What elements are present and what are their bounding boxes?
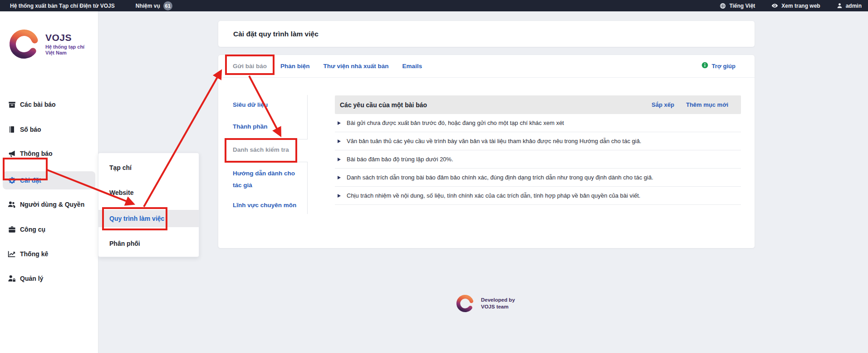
vojs-workflow-settings-page: Hệ thống xuất bản Tạp chí Điện tử VOJS N… xyxy=(0,0,868,353)
sidebar-item-statistics[interactable]: Thống kê xyxy=(0,245,98,263)
app-title: Hệ thống xuất bản Tạp chí Điện tử VOJS xyxy=(10,3,115,9)
admin-icon xyxy=(8,274,16,283)
help-button[interactable]: Trợ giúp xyxy=(701,55,736,77)
gear-icon xyxy=(8,176,16,184)
order-button[interactable]: Sắp xếp xyxy=(652,101,674,108)
checklist-item[interactable]: Bài báo đảm bảo độ trùng lặp dưới 20%. xyxy=(335,150,741,169)
subtab-separator-above xyxy=(230,139,308,139)
subtab-metadata[interactable]: Siêu dữ liệu xyxy=(233,99,303,111)
page-title: Cài đặt quy trình làm việc xyxy=(233,30,319,38)
footer: Developed by VOJS team xyxy=(455,293,515,313)
tasks-label: Nhiệm vụ xyxy=(136,3,160,9)
expand-triangle-icon xyxy=(338,158,341,161)
submenu-item-website[interactable]: Website xyxy=(98,184,199,201)
checklist-header: Các yêu cầu của một bài báo Sắp xếp Thêm… xyxy=(335,95,741,114)
announcements-icon xyxy=(8,149,16,158)
user-icon xyxy=(837,3,843,9)
vojs-logo-icon xyxy=(7,27,41,61)
language-label: Tiếng Việt xyxy=(729,3,755,9)
checklist-title: Các yêu cầu của một bài báo xyxy=(340,101,427,109)
expand-triangle-icon xyxy=(338,176,341,179)
subtab-author-guidelines[interactable]: Hướng dẫn dành cho tác giả xyxy=(233,168,303,191)
subtab-checklist[interactable]: Danh sách kiểm tra xyxy=(233,144,303,156)
view-site-link[interactable]: Xem trang web xyxy=(771,2,820,9)
checklist-item[interactable]: Bài gửi chưa được xuất bản trước đó, hoặ… xyxy=(335,114,741,132)
articles-icon xyxy=(8,100,16,109)
tools-icon xyxy=(8,225,16,234)
help-info-icon xyxy=(701,62,708,70)
tab-publisher-library[interactable]: Thư viện nhà xuất bản xyxy=(317,63,396,70)
checklist-panel: Các yêu cầu của một bài báo Sắp xếp Thêm… xyxy=(335,95,741,205)
tab-bar: Gửi bài báo Phản biện Thư viện nhà xuất … xyxy=(218,55,755,78)
tasks-count-badge: 61 xyxy=(163,1,172,10)
subtab-divider-bottom xyxy=(307,162,308,214)
eye-icon xyxy=(771,2,778,9)
users-icon xyxy=(8,200,16,209)
expand-triangle-icon xyxy=(338,194,341,198)
expand-triangle-icon xyxy=(338,121,341,125)
vojs-logo: VOJS Hệ thống tạp chí Việt Nam xyxy=(7,27,84,61)
submenu-item-distribution[interactable]: Phân phối xyxy=(98,235,199,252)
subtab-disciplines[interactable]: Lĩnh vực chuyên môn xyxy=(233,199,303,211)
footer-line2: VOJS team xyxy=(481,303,515,310)
globe-icon xyxy=(720,3,726,9)
sidebar-item-announcements[interactable]: Thông báo xyxy=(0,144,98,163)
statistics-icon xyxy=(8,250,16,258)
subtab-divider-top xyxy=(307,95,308,139)
user-menu[interactable]: admin xyxy=(837,3,862,9)
tab-submission[interactable]: Gửi bài báo xyxy=(226,63,274,70)
add-item-button[interactable]: Thêm mục mới xyxy=(686,101,728,108)
logo-subtitle-line1: Hệ thống tạp chí xyxy=(45,44,84,50)
subtab-separator-below xyxy=(230,162,308,162)
footer-line1: Developed by xyxy=(481,297,515,303)
expand-triangle-icon xyxy=(338,139,341,143)
sidebar-item-settings[interactable]: Cài đặt xyxy=(0,171,98,189)
checklist-item[interactable]: Chịu trách nhiệm về nội dung, số liệu, t… xyxy=(335,187,741,205)
sidebar-item-administration[interactable]: Quản lý xyxy=(0,269,98,288)
page-title-card: Cài đặt quy trình làm việc xyxy=(218,20,755,47)
vojs-footer-logo-icon xyxy=(455,293,475,313)
sidebar: VOJS Hệ thống tạp chí Việt Nam Các bài b… xyxy=(0,11,98,353)
topbar: Hệ thống xuất bản Tạp chí Điện tử VOJS N… xyxy=(0,0,868,11)
checklist-item[interactable]: Danh sách trích dẫn trong bài báo đảm bả… xyxy=(335,169,741,187)
language-switcher[interactable]: Tiếng Việt xyxy=(720,3,755,9)
username: admin xyxy=(846,3,862,9)
tasks-button[interactable]: Nhiệm vụ 61 xyxy=(136,1,172,10)
sidebar-item-issues[interactable]: Số báo xyxy=(0,120,98,139)
logo-name: VOJS xyxy=(45,32,84,43)
issues-icon xyxy=(8,125,16,134)
view-site-label: Xem trang web xyxy=(781,3,820,9)
submenu-item-journal[interactable]: Tạp chí xyxy=(98,159,199,176)
tab-review[interactable]: Phản biện xyxy=(274,63,317,70)
logo-subtitle-line2: Việt Nam xyxy=(45,50,84,56)
workflow-settings-card: Gửi bài báo Phản biện Thư viện nhà xuất … xyxy=(218,55,755,249)
sidebar-item-users-roles[interactable]: Người dùng & Quyền xyxy=(0,195,98,214)
sidebar-item-articles[interactable]: Các bài báo xyxy=(0,95,98,114)
checklist-item[interactable]: Văn bản tuân thủ các yêu cầu về trình bà… xyxy=(335,132,741,150)
subtab-components[interactable]: Thành phần xyxy=(233,121,303,133)
settings-submenu: Tạp chí Website Quy trình làm việc Phân … xyxy=(98,153,199,257)
submenu-item-workflow[interactable]: Quy trình làm việc xyxy=(98,210,199,227)
tab-emails[interactable]: Emails xyxy=(396,63,429,70)
sidebar-item-tools[interactable]: Công cụ xyxy=(0,220,98,239)
